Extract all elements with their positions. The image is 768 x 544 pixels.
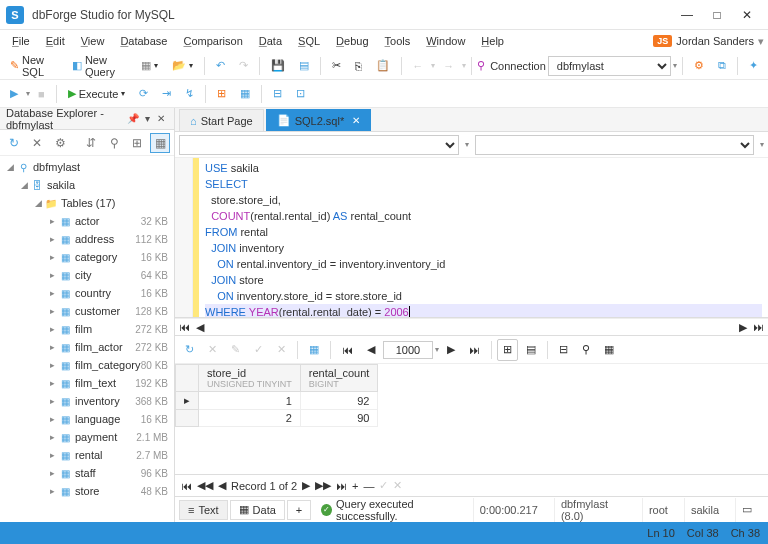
nav-last-icon[interactable]: ⏭ <box>463 339 486 361</box>
menu-file[interactable]: File <box>4 33 38 49</box>
tab-start-page[interactable]: ⌂Start Page <box>179 109 264 131</box>
nav-next-icon[interactable]: ▶ <box>441 339 461 361</box>
filter-icon[interactable]: ⚙ <box>50 133 70 153</box>
res-grid-icon[interactable]: ▦ <box>303 339 325 361</box>
tree-node[interactable]: ▸▦rental2.7 MB <box>0 446 174 464</box>
exec-icon-5[interactable]: ▦ <box>234 83 256 105</box>
tree-node[interactable]: ▸▦staff96 KB <box>0 464 174 482</box>
tool-icon-2[interactable]: ⧉ <box>712 55 732 77</box>
new-sql-button[interactable]: ✎New SQL <box>4 55 64 77</box>
tree-node[interactable]: ▸▦inventory368 KB <box>0 392 174 410</box>
tree-node[interactable]: ▸▦language16 KB <box>0 410 174 428</box>
tree-node[interactable]: ◢🗄sakila <box>0 176 174 194</box>
tree-node[interactable]: ▸▦film_actor272 KB <box>0 338 174 356</box>
panel-pin-icon[interactable]: 📌 <box>126 113 140 124</box>
tree-node[interactable]: ▸▦film272 KB <box>0 320 174 338</box>
res-tool-2[interactable]: ⚲ <box>576 339 596 361</box>
tool-icon-3[interactable]: ✦ <box>743 55 764 77</box>
menu-data[interactable]: Data <box>251 33 290 49</box>
db-tree[interactable]: ◢⚲dbfmylast◢🗄sakila◢📁Tables (17)▸▦actor3… <box>0 156 174 522</box>
exec-icon-4[interactable]: ⊞ <box>211 83 232 105</box>
tree-node[interactable]: ▸▦payment2.1 MB <box>0 428 174 446</box>
tree-node[interactable]: ▸▦film_text192 KB <box>0 374 174 392</box>
minimize-button[interactable]: — <box>672 5 702 25</box>
menu-debug[interactable]: Debug <box>328 33 376 49</box>
tree-node[interactable]: ▸▦city64 KB <box>0 266 174 284</box>
save-all-button[interactable]: ▤ <box>293 55 315 77</box>
results-grid[interactable]: store_idUNSIGNED TINYINTrental_countBIGI… <box>175 364 768 474</box>
nav-first-icon[interactable]: ⏮ <box>336 339 359 361</box>
nav-fwd-button[interactable]: → <box>437 55 460 77</box>
panel-close-icon[interactable]: ✕ <box>154 113 168 124</box>
dropdown-1[interactable]: ▦▾ <box>135 55 164 77</box>
close-button[interactable]: ✕ <box>732 5 762 25</box>
pt-icon-1[interactable]: ⇵ <box>81 133 101 153</box>
res-delete-icon[interactable]: ✕ <box>202 339 223 361</box>
tree-node[interactable]: ▸▦customer128 KB <box>0 302 174 320</box>
view-grid-icon[interactable]: ⊞ <box>497 339 518 361</box>
nav-back-button[interactable]: ← <box>406 55 429 77</box>
view-tab-text[interactable]: ≡Text <box>179 500 228 520</box>
execute-button[interactable]: ▶Execute▾ <box>62 83 132 105</box>
res-refresh-icon[interactable]: ↻ <box>179 339 200 361</box>
stop-debug-button[interactable]: ■ <box>32 83 51 105</box>
tree-node[interactable]: ▸▦address112 KB <box>0 230 174 248</box>
tree-node[interactable]: ▸▦actor32 KB <box>0 212 174 230</box>
res-tool-1[interactable]: ⊟ <box>553 339 574 361</box>
maximize-button[interactable]: □ <box>702 5 732 25</box>
view-tab-add[interactable]: + <box>287 500 311 520</box>
new-query-button[interactable]: ◧New Query <box>66 55 133 77</box>
page-size-input[interactable] <box>383 341 433 359</box>
footer-icon[interactable]: ▭ <box>735 498 758 522</box>
open-button[interactable]: 📂▾ <box>166 55 199 77</box>
menu-help[interactable]: Help <box>473 33 512 49</box>
menu-edit[interactable]: Edit <box>38 33 73 49</box>
tree-node[interactable]: ▸▦store48 KB <box>0 482 174 500</box>
nav-prev-icon[interactable]: ◀ <box>361 339 381 361</box>
redo-button[interactable]: ↷ <box>233 55 254 77</box>
menu-view[interactable]: View <box>73 33 113 49</box>
user-name[interactable]: Jordan Sanders <box>676 35 754 47</box>
res-apply-icon[interactable]: ✓ <box>248 339 269 361</box>
tab-sql2[interactable]: 📄SQL2.sql*✕ <box>266 109 372 131</box>
res-cancel-icon[interactable]: ✕ <box>271 339 292 361</box>
connection-combo[interactable]: dbfmylast <box>548 56 672 76</box>
menu-window[interactable]: Window <box>418 33 473 49</box>
res-tool-3[interactable]: ▦ <box>598 339 620 361</box>
sql-combo-2[interactable] <box>475 135 755 155</box>
exec-icon-6[interactable]: ⊟ <box>267 83 288 105</box>
menu-database[interactable]: Database <box>112 33 175 49</box>
save-button[interactable]: 💾 <box>265 55 291 77</box>
tree-node[interactable]: ▸▦category16 KB <box>0 248 174 266</box>
pt-icon-2[interactable]: ⚲ <box>104 133 124 153</box>
user-dropdown-icon[interactable]: ▾ <box>758 35 764 48</box>
paste-button[interactable]: 📋 <box>370 55 396 77</box>
menu-comparison[interactable]: Comparison <box>175 33 250 49</box>
tree-node[interactable]: ◢📁Tables (17) <box>0 194 174 212</box>
exec-icon-3[interactable]: ↯ <box>179 83 200 105</box>
editor-scrollbar[interactable]: ⏮◀▶⏭ <box>175 318 768 336</box>
debug-button[interactable]: ▶ <box>4 83 24 105</box>
cut-button[interactable]: ✂ <box>326 55 347 77</box>
menu-tools[interactable]: Tools <box>377 33 419 49</box>
res-edit-icon[interactable]: ✎ <box>225 339 246 361</box>
record-navigator[interactable]: ⏮◀◀◀ Record 1 of 2 ▶▶▶⏭+—✓✕ <box>175 474 768 496</box>
view-card-icon[interactable]: ▤ <box>520 339 542 361</box>
sql-combo-1[interactable] <box>179 135 459 155</box>
pt-icon-3[interactable]: ⊞ <box>127 133 147 153</box>
pt-icon-4[interactable]: ▦ <box>150 133 170 153</box>
exec-icon-2[interactable]: ⇥ <box>156 83 177 105</box>
exec-icon-1[interactable]: ⟳ <box>133 83 154 105</box>
exec-icon-7[interactable]: ⊡ <box>290 83 311 105</box>
panel-menu-icon[interactable]: ▾ <box>140 113 154 124</box>
refresh-icon[interactable]: ↻ <box>4 133 24 153</box>
tool-icon-1[interactable]: ⚙ <box>688 55 710 77</box>
tree-node[interactable]: ▸▦film_category80 KB <box>0 356 174 374</box>
copy-button[interactable]: ⎘ <box>349 55 368 77</box>
tree-node[interactable]: ◢⚲dbfmylast <box>0 158 174 176</box>
tree-node[interactable]: ▸▦country16 KB <box>0 284 174 302</box>
menu-sql[interactable]: SQL <box>290 33 328 49</box>
undo-button[interactable]: ↶ <box>210 55 231 77</box>
view-tab-data[interactable]: ▦Data <box>230 500 285 520</box>
disconnect-icon[interactable]: ✕ <box>27 133 47 153</box>
